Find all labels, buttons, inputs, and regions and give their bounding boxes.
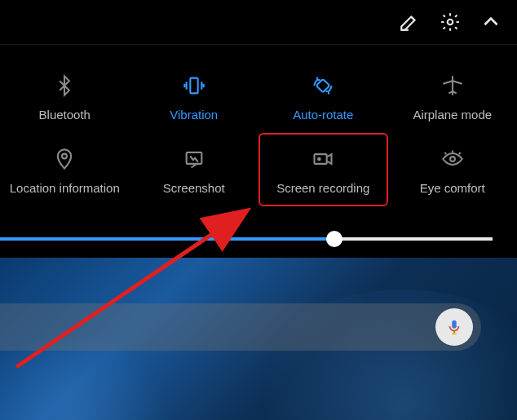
tile-label: Eye comfort [420,181,485,195]
tile-vibration[interactable]: Vibration [130,60,259,133]
settings-icon[interactable] [439,11,462,33]
quick-settings-grid: Bluetooth Vibration Auto-rotate Airplane… [0,45,517,214]
slider-fill [0,237,334,241]
svg-point-3 [62,153,67,158]
svg-rect-1 [190,77,197,93]
tile-label: Screenshot [163,181,225,195]
slider-thumb[interactable] [326,231,342,247]
tile-label: Screen recording [276,181,369,195]
tile-bluetooth[interactable]: Bluetooth [0,60,130,133]
svg-rect-2 [316,78,329,91]
tile-label: Vibration [170,108,218,122]
svg-point-6 [317,157,321,161]
search-bar[interactable] [0,303,481,351]
mic-icon [445,318,463,336]
brightness-slider[interactable] [0,223,517,255]
bluetooth-icon [51,72,78,99]
top-bar [0,0,517,45]
tile-label: Auto-rotate [293,108,353,122]
screenshot-icon [180,145,208,173]
svg-point-0 [448,20,453,25]
edit-icon[interactable] [398,11,421,33]
mic-button[interactable] [435,308,473,346]
airplane-icon [439,72,466,99]
tile-eye-comfort[interactable]: Eye comfort [388,133,518,206]
vibration-icon [180,72,208,99]
tile-label: Location information [10,181,120,195]
screen-recording-icon [309,145,337,173]
tile-auto-rotate[interactable]: Auto-rotate [258,60,388,133]
tile-label: Bluetooth [39,108,91,122]
tile-screen-recording[interactable]: Screen recording [258,133,388,206]
tile-location[interactable]: Location information [0,133,130,206]
eye-comfort-icon [439,145,466,173]
tile-label: Airplane mode [413,108,492,122]
auto-rotate-icon [309,72,337,99]
svg-point-7 [450,157,455,161]
tile-screenshot[interactable]: Screenshot [130,133,259,206]
location-icon [51,145,78,173]
collapse-icon[interactable] [479,11,502,33]
tile-airplane-mode[interactable]: Airplane mode [388,60,518,133]
